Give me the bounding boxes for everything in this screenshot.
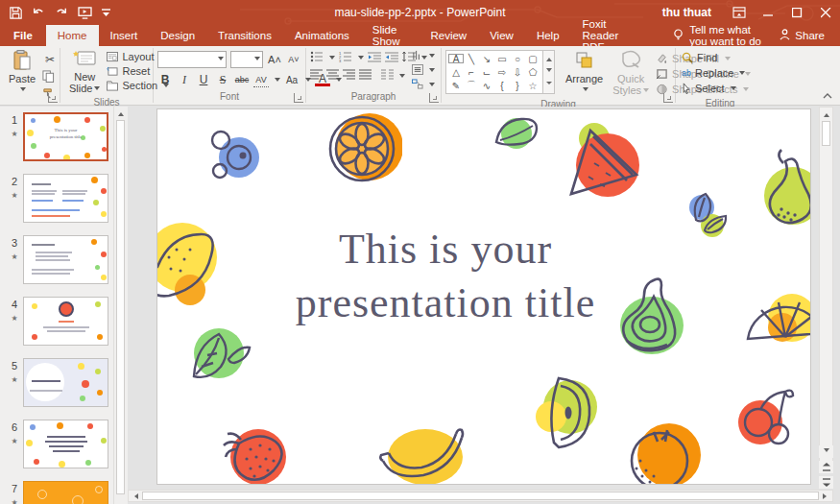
tab-home[interactable]: Home	[46, 25, 99, 46]
bold-button[interactable]: B	[157, 72, 173, 87]
slide-thumbnail-1[interactable]: This is your presentation title	[23, 112, 108, 161]
minimize-button[interactable]	[754, 0, 782, 25]
cut-icon[interactable]: ✂	[42, 52, 58, 67]
increase-font-size-icon[interactable]: A˄	[267, 52, 282, 67]
slide-thumbnail-5[interactable]	[23, 358, 108, 407]
previous-slide-button[interactable]	[819, 461, 833, 473]
shape-pentagon-icon[interactable]: ⬠	[525, 65, 540, 79]
shapes-scroll-up-icon[interactable]	[543, 51, 554, 64]
shape-rounded-rectangle-icon[interactable]: ▢	[525, 52, 540, 65]
shape-rectangle-icon[interactable]: ▭	[494, 52, 510, 65]
scroll-left-icon[interactable]	[129, 491, 141, 501]
font-name-input[interactable]	[158, 52, 216, 67]
customize-qat-icon[interactable]	[102, 8, 110, 17]
copy-icon[interactable]	[42, 70, 58, 84]
quick-styles-button[interactable]: Quick Styles	[608, 48, 654, 98]
numbering-icon[interactable]: 123	[339, 51, 352, 64]
slide-thumbnail-6[interactable]	[23, 420, 108, 468]
tell-me-box[interactable]: Tell me what you want to do	[663, 25, 780, 46]
start-from-beginning-icon[interactable]	[78, 7, 92, 19]
underline-button[interactable]: U	[196, 72, 211, 87]
shape-arrow-icon[interactable]: ↘	[479, 52, 494, 65]
select-button[interactable]: Select	[682, 83, 745, 94]
italic-button[interactable]: I	[177, 72, 192, 87]
tab-insert[interactable]: Insert	[99, 25, 150, 46]
slide-thumbnail-2[interactable]	[23, 174, 108, 223]
convert-to-smartart-icon[interactable]	[412, 79, 435, 89]
shape-scribble-icon[interactable]: ✎	[448, 79, 464, 92]
shapes-gallery-scroll[interactable]	[543, 50, 555, 94]
thumbnail-panel-scrollbar[interactable]	[113, 107, 127, 504]
tab-view[interactable]: View	[478, 25, 525, 46]
shape-textbox-icon[interactable]: A	[448, 54, 464, 63]
align-text-icon[interactable]	[412, 64, 435, 75]
slide-thumbnail-3[interactable]	[23, 235, 108, 284]
shape-right-arrow-icon[interactable]: ⇨	[494, 65, 510, 79]
arrange-button[interactable]: Arrange	[561, 48, 608, 96]
shape-triangle-icon[interactable]: △	[448, 65, 464, 79]
find-button[interactable]: Find	[682, 52, 745, 63]
vertical-scrollbar-thumb[interactable]	[822, 121, 830, 146]
align-left-icon[interactable]	[310, 69, 323, 82]
change-case-icon[interactable]: Aa	[284, 72, 300, 87]
slide-title[interactable]: This is your presentation title	[234, 223, 657, 330]
align-right-icon[interactable]	[343, 69, 355, 82]
tab-foxit-reader-pdf[interactable]: Foxit Reader PDF	[571, 25, 651, 46]
shape-line-icon[interactable]: ╲	[464, 52, 479, 65]
signed-in-user[interactable]: thu thuat	[662, 6, 711, 19]
justify-icon[interactable]	[359, 69, 372, 82]
tab-design[interactable]: Design	[149, 25, 206, 46]
collapse-ribbon-icon[interactable]	[823, 89, 832, 101]
columns-icon[interactable]	[381, 69, 394, 82]
tab-help[interactable]: Help	[525, 25, 571, 46]
horizontal-scrollbar-thumb[interactable]	[142, 492, 819, 500]
shape-elbow-arrow-icon[interactable]: ⌙	[479, 65, 494, 79]
strikethrough-abc-icon[interactable]: abc	[234, 72, 250, 87]
shape-curve-icon[interactable]: ∿	[479, 79, 494, 92]
slide-canvas[interactable]: This is your presentation title	[156, 108, 811, 485]
tab-file[interactable]: File	[0, 25, 46, 46]
decrease-indent-icon[interactable]	[368, 51, 381, 64]
ribbon-display-options-icon[interactable]	[725, 0, 754, 25]
decrease-font-size-icon[interactable]: A˅	[286, 52, 301, 67]
text-direction-icon[interactable]	[412, 50, 435, 60]
new-slide-button[interactable]: New Slide	[64, 48, 105, 96]
scroll-down-icon[interactable]	[819, 445, 833, 458]
thumbnail-scrollbar-thumb[interactable]	[116, 120, 125, 494]
shape-oval-icon[interactable]: ○	[510, 52, 525, 65]
font-size-combo[interactable]	[230, 51, 263, 68]
tab-animations[interactable]: Animations	[283, 25, 361, 46]
tab-transitions[interactable]: Transitions	[206, 25, 283, 46]
font-size-input[interactable]	[231, 52, 252, 67]
shape-right-brace-icon[interactable]: }	[510, 79, 525, 92]
shapes-scroll-down-icon[interactable]	[543, 64, 554, 78]
font-dialog-launcher[interactable]	[294, 93, 303, 103]
shape-star-icon[interactable]: ☆	[525, 79, 540, 92]
bullets-icon[interactable]	[310, 51, 324, 64]
clipboard-dialog-launcher[interactable]	[48, 93, 58, 103]
shape-arc-icon[interactable]: ⌒	[464, 79, 479, 92]
horizontal-scrollbar[interactable]	[128, 490, 833, 502]
close-button[interactable]	[811, 0, 840, 25]
paste-button[interactable]: Paste	[4, 48, 40, 96]
redo-icon[interactable]	[55, 7, 68, 18]
slide-thumbnail-7[interactable]	[23, 481, 108, 504]
shapes-gallery[interactable]: A ╲ ↘ ▭ ○ ▢ △ ⌐ ⌙ ⇨ ⇩ ⬠ ✎ ⌒ ∿	[445, 50, 543, 94]
align-center-icon[interactable]	[326, 69, 339, 82]
tab-slide-show[interactable]: Slide Show	[361, 25, 420, 46]
shapes-more-icon[interactable]	[543, 78, 554, 91]
shape-left-brace-icon[interactable]: {	[494, 79, 510, 92]
undo-icon[interactable]	[32, 7, 45, 18]
shape-down-arrow-icon[interactable]: ⇩	[510, 65, 525, 79]
font-name-combo[interactable]	[157, 51, 227, 68]
tab-review[interactable]: Review	[419, 25, 478, 46]
scroll-up-icon[interactable]	[820, 108, 832, 120]
character-spacing-icon[interactable]: AV	[253, 72, 269, 87]
thumbnail-scroll-up-icon[interactable]	[114, 107, 127, 119]
replace-button[interactable]: abReplace	[682, 67, 745, 79]
maximize-button[interactable]	[782, 0, 811, 25]
next-slide-button[interactable]	[819, 476, 833, 489]
shape-elbow-icon[interactable]: ⌐	[464, 65, 479, 79]
slide-thumbnail-4[interactable]	[23, 297, 108, 346]
paragraph-dialog-launcher[interactable]	[429, 93, 439, 103]
